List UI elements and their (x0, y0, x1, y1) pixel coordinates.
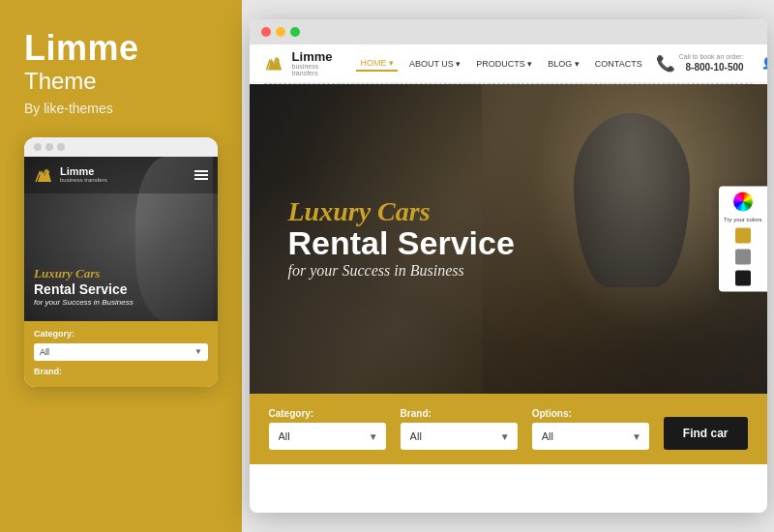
desktop-nav-logo-name: Limme (292, 50, 338, 63)
try-colors-label: Try your colors (724, 217, 761, 223)
form-brand-select[interactable]: All (401, 423, 518, 450)
mobile-dot-2 (45, 143, 53, 151)
form-category-select[interactable]: All (269, 423, 386, 450)
mobile-titlebar (24, 137, 218, 157)
nav-phone-label: Call to book an order: (679, 52, 744, 62)
nav-link-home[interactable]: HOME ▾ (356, 56, 398, 72)
form-group-brand: Brand: All ▼ (401, 408, 518, 450)
form-brand-label: Brand: (401, 408, 518, 419)
desktop-nav: Limme business transfers HOME ▾ ABOUT US… (250, 44, 767, 83)
color-swatch-dark[interactable] (735, 271, 751, 286)
mobile-logo-area: Limme business transfers (34, 164, 107, 186)
find-car-button[interactable]: Find car (664, 417, 748, 450)
mobile-logo-tagline: business transfers (60, 177, 107, 183)
right-panel: Limme business transfers HOME ▾ ABOUT US… (242, 0, 774, 532)
form-brand-wrapper: All ▼ (401, 423, 518, 450)
mobile-logo-name: Limme (60, 166, 107, 177)
hero-content: Luxury Cars Rental Service for your Succ… (250, 198, 515, 279)
mobile-hero: Limme business transfers Luxury Cars Ren… (24, 157, 218, 321)
mobile-hero-success: for your Success in Business (34, 298, 134, 307)
color-wheel-icon (733, 192, 753, 211)
nav-phone: Call to book an order: 8-800-10-500 (679, 52, 744, 75)
hero-rental-text: Rental Service (288, 225, 515, 261)
mobile-logo-icon (34, 164, 55, 186)
mobile-hero-luxury: Luxury Cars (34, 266, 134, 281)
nav-phone-area: 📞 Call to book an order: 8-800-10-500 (656, 52, 744, 75)
nav-link-blog[interactable]: BLOG ▾ (544, 57, 583, 71)
desktop-nav-logo: Limme business transfers (264, 50, 338, 77)
user-icon[interactable]: 👤 (761, 57, 767, 70)
try-colors-panel[interactable]: Try your colors (719, 186, 766, 291)
nav-link-products[interactable]: PRODUCTS ▾ (472, 57, 536, 71)
hero-success-text: for your Success in Business (288, 262, 515, 280)
desktop-mockup: Limme business transfers HOME ▾ ABOUT US… (250, 19, 767, 513)
mobile-dot-1 (34, 143, 42, 151)
form-category-wrapper: All ▼ (269, 423, 386, 450)
mobile-logo-text: Limme business transfers (60, 166, 107, 183)
nav-link-about[interactable]: ABOUT US ▾ (405, 57, 464, 71)
mobile-hero-rental: Rental Service (34, 281, 134, 298)
mobile-hero-text: Luxury Cars Rental Service for your Succ… (34, 266, 134, 307)
color-swatch-gray[interactable] (735, 250, 751, 265)
brand-subtitle: Theme (24, 68, 213, 95)
mobile-brand-label: Brand: (34, 367, 208, 376)
form-options-select[interactable]: All (532, 423, 649, 450)
brand-by: By like-themes (24, 101, 213, 116)
nav-icons: 👤 🛒 🔍 (761, 57, 767, 70)
nav-phone-number: 8-800-10-500 (679, 61, 744, 74)
mobile-form: Category: All ▼ Brand: (24, 321, 218, 387)
form-category-label: Category: (269, 408, 386, 419)
form-options-label: Options: (532, 408, 649, 419)
hamburger-icon[interactable] (194, 170, 208, 180)
desktop-logo-icon (264, 50, 286, 77)
nav-links: HOME ▾ ABOUT US ▾ PRODUCTS ▾ BLOG ▾ CONT… (356, 56, 645, 72)
left-panel: Limme Theme By like-themes Limme (0, 0, 237, 532)
try-colors-widget[interactable]: Try your colors (719, 186, 766, 291)
mobile-nav: Limme business transfers (24, 157, 218, 193)
hamburger-line-3 (194, 178, 208, 180)
mobile-mockup: Limme business transfers Luxury Cars Ren… (24, 137, 218, 387)
titlebar-dot-maximize[interactable] (290, 27, 300, 37)
desktop-form: Category: All ▼ Brand: All ▼ O (250, 394, 767, 464)
desktop-nav-logo-text: Limme business transfers (292, 50, 338, 76)
brand-title: Limme (24, 29, 213, 68)
form-options-wrapper: All ▼ (532, 423, 649, 450)
desktop-hero: Luxury Cars Rental Service for your Succ… (250, 84, 767, 394)
hamburger-line-2 (194, 174, 208, 176)
mobile-select-wrapper: All ▼ (34, 341, 208, 361)
mobile-category-select[interactable]: All (34, 343, 208, 361)
titlebar-dot-minimize[interactable] (276, 27, 285, 37)
nav-link-contacts[interactable]: CONTACTS (591, 57, 646, 71)
phone-icon: 📞 (656, 54, 675, 73)
form-group-options: Options: All ▼ (532, 408, 649, 450)
mobile-dot-3 (57, 143, 65, 151)
desktop-nav-logo-tagline: business transfers (292, 63, 338, 76)
hero-luxury-text: Luxury Cars (288, 198, 515, 225)
desktop-titlebar (250, 19, 767, 44)
hero-gearshift (574, 113, 690, 287)
titlebar-dot-close[interactable] (261, 27, 271, 37)
hamburger-line-1 (194, 170, 208, 172)
form-group-category: Category: All ▼ (269, 408, 386, 450)
color-swatch-gold[interactable] (735, 228, 751, 244)
mobile-category-label: Category: (34, 329, 208, 339)
